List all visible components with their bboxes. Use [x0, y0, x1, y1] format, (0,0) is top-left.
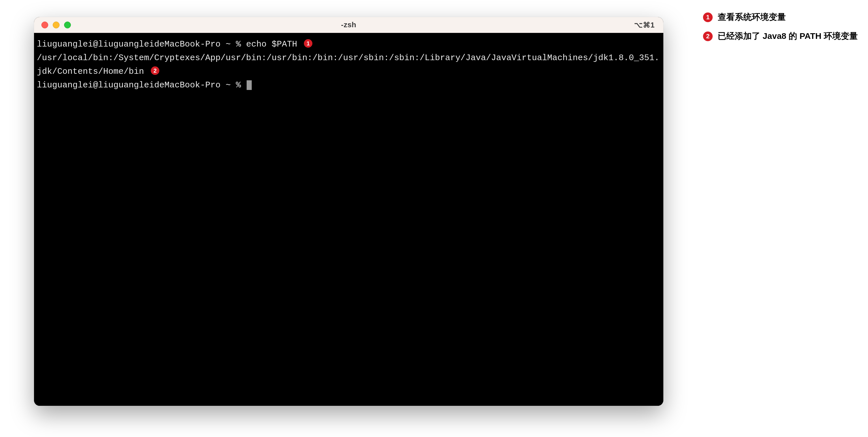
annotation-legend: 1 查看系统环境变量 2 已经添加了 Java8 的 PATH 环境变量 — [703, 11, 858, 42]
window-titlebar[interactable]: -zsh ⌥⌘1 — [34, 17, 663, 33]
annotation-item: 2 已经添加了 Java8 的 PATH 环境变量 — [703, 30, 858, 42]
annotation-badge-2: 2 — [151, 66, 159, 75]
cursor — [247, 80, 252, 90]
shell-prompt: liuguanglei@liuguangleideMacBook-Pro ~ % — [37, 39, 246, 49]
minimize-button[interactable] — [53, 22, 60, 28]
terminal-content[interactable]: liuguanglei@liuguangleideMacBook-Pro ~ %… — [34, 33, 663, 406]
annotation-legend-badge-1: 1 — [703, 12, 713, 22]
annotation-legend-text-2: 已经添加了 Java8 的 PATH 环境变量 — [718, 30, 858, 42]
annotation-item: 1 查看系统环境变量 — [703, 11, 858, 23]
window-title: -zsh — [341, 21, 356, 29]
maximize-button[interactable] — [64, 22, 71, 28]
traffic-lights — [41, 22, 71, 28]
annotation-legend-text-1: 查看系统环境变量 — [718, 11, 786, 23]
command-text: echo $PATH — [246, 39, 297, 49]
annotation-legend-badge-2: 2 — [703, 31, 713, 41]
annotation-badge-1: 1 — [304, 39, 312, 48]
shell-prompt: liuguanglei@liuguangleideMacBook-Pro ~ % — [37, 80, 246, 90]
window-shortcut-indicator: ⌥⌘1 — [634, 21, 655, 29]
close-button[interactable] — [41, 22, 48, 28]
command-output: /usr/local/bin:/System/Cryptexes/App/usr… — [37, 53, 659, 76]
terminal-window: -zsh ⌥⌘1 liuguanglei@liuguangleideMacBoo… — [34, 17, 663, 406]
